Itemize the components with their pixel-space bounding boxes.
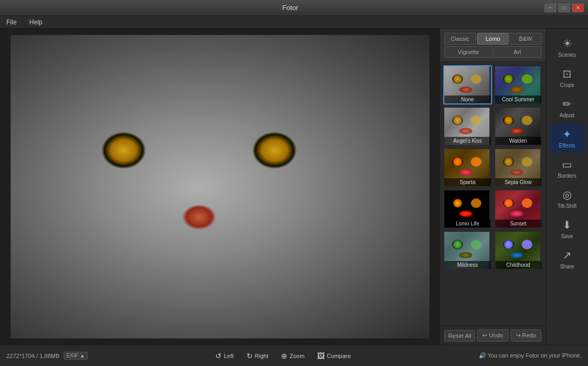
zoom-button[interactable]: ⊕ Zoom	[279, 351, 306, 361]
borders-icon: ▭	[562, 158, 572, 171]
tilt-shift-icon: ◎	[563, 188, 572, 201]
tab-classic[interactable]: Classic	[444, 33, 476, 45]
minimize-button[interactable]: −	[545, 4, 556, 12]
save-icon: ⬇	[563, 219, 572, 231]
filter-panel: ClassicLomoB&W VignetteArt NoneCool Summ…	[440, 29, 546, 345]
menubar: File Help	[0, 16, 588, 29]
main-area: ClassicLomoB&W VignetteArt NoneCool Summ…	[0, 29, 588, 345]
filter-actions: Reset All ↩ Undo ↪ Redo	[440, 326, 546, 345]
reset-all-button[interactable]: Reset All	[444, 330, 475, 342]
sidebar-tool-borders[interactable]: ▭Borders	[549, 154, 585, 183]
zoom-label: Zoom	[289, 353, 304, 359]
filter-label-sepia-glow: Sepia Glow	[495, 178, 542, 186]
window-controls: − □ ✕	[545, 4, 584, 12]
sidebar-label-borders: Borders	[558, 173, 576, 179]
tab-lomo[interactable]: Lomo	[477, 33, 509, 45]
sidebar-label-save: Save	[561, 233, 573, 239]
filter-cool-summer[interactable]: Cool Summer	[494, 65, 543, 104]
sidebar-tool-tilt-shift[interactable]: ◎Tilt-Shift	[549, 184, 585, 213]
rotate-left-label: Left	[224, 353, 233, 359]
filter-label-walden: Walden	[495, 137, 542, 145]
effects-icon: ✦	[563, 128, 572, 141]
bottom-right: 🔊 You can enjoy Fotor on your iPhone.	[479, 352, 582, 359]
filter-sunset[interactable]: Sunset	[494, 189, 543, 229]
rotate-left-button[interactable]: ↺ Left	[213, 351, 235, 361]
bottom-bar: 2272*1704 / 1.88MB EXIF ▲ ↺ Left ↻ Right…	[0, 345, 588, 366]
close-button[interactable]: ✕	[572, 4, 584, 12]
titlebar: Fotor − □ ✕	[0, 0, 588, 16]
filter-label-none: None	[444, 95, 491, 103]
tab-art[interactable]: Art	[494, 46, 542, 58]
sidebar-label-tilt-shift: Tilt-Shift	[557, 203, 576, 209]
sidebar-label-crops: Crops	[560, 82, 574, 88]
menu-file[interactable]: File	[4, 18, 19, 27]
compare-icon: 🖼	[317, 352, 324, 360]
rotate-left-icon: ↺	[215, 352, 222, 360]
sidebar-tool-share[interactable]: ↗Share	[549, 245, 585, 274]
filter-mildness[interactable]: Mildness	[443, 231, 492, 270]
filter-label-sparta: Sparta	[444, 178, 491, 186]
filter-tabs: ClassicLomoB&W VignetteArt	[440, 29, 546, 62]
filter-label-angels-kiss: Angel's Kiss	[444, 137, 491, 145]
sidebar-tool-crops[interactable]: ⊡Crops	[549, 63, 585, 92]
filter-childhood[interactable]: Childhood	[494, 231, 543, 270]
bottom-center: ↺ Left ↻ Right ⊕ Zoom 🖼 Compare	[213, 351, 353, 361]
filter-angels-kiss[interactable]: Angel's Kiss	[443, 107, 492, 146]
menu-help[interactable]: Help	[27, 18, 45, 27]
image-info: 2272*1704 / 1.88MB	[6, 353, 59, 359]
filter-label-sunset: Sunset	[495, 220, 542, 228]
rotate-right-label: Right	[255, 353, 269, 359]
filter-label-childhood: Childhood	[495, 261, 542, 269]
right-sidebar: ☀Scenes⊡Crops✏Adjust✦Effects▭Borders◎Til…	[546, 29, 588, 345]
iphone-notice: 🔊 You can enjoy Fotor on your iPhone.	[479, 352, 582, 359]
compare-button[interactable]: 🖼 Compare	[315, 351, 353, 361]
filter-lomo-life[interactable]: Lomo Life	[443, 189, 492, 229]
sidebar-label-adjust: Adjust	[560, 112, 575, 118]
filter-tab-row-2: VignetteArt	[444, 46, 541, 58]
app-title: Fotor	[36, 4, 545, 12]
exif-button[interactable]: EXIF ▲	[64, 352, 87, 360]
cat-image	[11, 35, 429, 338]
sidebar-label-share: Share	[560, 264, 574, 269]
filter-none[interactable]: None	[443, 65, 492, 104]
adjust-icon: ✏	[563, 98, 572, 110]
filter-grid: NoneCool SummerAngel's KissWaldenSpartaS…	[440, 62, 546, 326]
filter-tab-row-1: ClassicLomoB&W	[444, 33, 541, 45]
scenes-icon: ☀	[563, 37, 572, 50]
compare-label: Compare	[327, 353, 350, 359]
share-icon: ↗	[563, 249, 572, 262]
crops-icon: ⊡	[563, 67, 572, 80]
redo-button[interactable]: ↪ Redo	[511, 329, 541, 342]
sidebar-tool-effects[interactable]: ✦Effects	[549, 124, 585, 153]
canvas-area	[0, 29, 440, 345]
photo-container	[11, 35, 429, 338]
zoom-icon: ⊕	[281, 352, 287, 360]
sidebar-tool-save[interactable]: ⬇Save	[549, 214, 585, 243]
restore-button[interactable]: □	[558, 4, 570, 12]
bottom-left: 2272*1704 / 1.88MB EXIF ▲	[6, 352, 87, 360]
sidebar-label-effects: Effects	[559, 143, 575, 149]
filter-label-lomo-life: Lomo Life	[444, 220, 491, 228]
sidebar-tool-scenes[interactable]: ☀Scenes	[549, 33, 585, 62]
rotate-right-button[interactable]: ↻ Right	[244, 351, 271, 361]
tab-bw[interactable]: B&W	[510, 33, 541, 45]
sidebar-label-scenes: Scenes	[558, 52, 576, 58]
undo-button[interactable]: ↩ Undo	[477, 329, 508, 342]
rotate-right-icon: ↻	[247, 352, 253, 360]
filter-sparta[interactable]: Sparta	[443, 148, 492, 187]
filter-walden[interactable]: Walden	[494, 107, 543, 146]
photo-display	[11, 35, 429, 338]
tab-vignette[interactable]: Vignette	[444, 46, 493, 58]
filter-sepia-glow[interactable]: Sepia Glow	[494, 148, 543, 187]
filter-label-mildness: Mildness	[444, 261, 491, 269]
sidebar-tool-adjust[interactable]: ✏Adjust	[549, 93, 585, 123]
filter-label-cool-summer: Cool Summer	[495, 95, 542, 103]
